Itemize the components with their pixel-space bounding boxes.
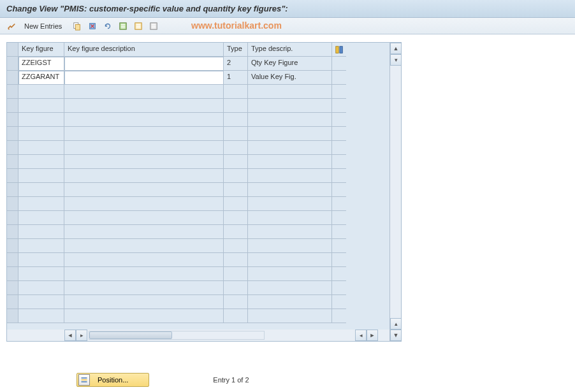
- table-row: [7, 183, 389, 197]
- cell-key-figure: [18, 309, 64, 323]
- column-key-figure[interactable]: Key figure: [18, 43, 64, 57]
- svg-rect-15: [336, 46, 338, 53]
- vscroll-track[interactable]: [390, 66, 401, 318]
- cell-type: [224, 183, 248, 197]
- row-selector[interactable]: [7, 99, 18, 113]
- cell-type: [224, 281, 248, 295]
- row-selector[interactable]: [7, 141, 18, 155]
- row-selector[interactable]: [7, 85, 18, 99]
- scroll-down-icon[interactable]: ▼: [390, 330, 402, 341]
- select-all-icon[interactable]: [117, 20, 129, 33]
- cell-type-desc: [248, 295, 332, 309]
- select-block-icon[interactable]: [132, 20, 145, 33]
- cell-type: [224, 267, 248, 281]
- table-row: ZZGARANT1Value Key Fig.: [7, 71, 389, 85]
- row-selector[interactable]: [7, 225, 18, 239]
- scroll-down-step-icon[interactable]: ▴: [390, 318, 402, 330]
- cell-type-desc: [248, 253, 332, 267]
- cell-description[interactable]: [64, 57, 224, 71]
- row-selector[interactable]: [7, 183, 18, 197]
- row-selector[interactable]: [7, 57, 18, 71]
- row-selector[interactable]: [7, 309, 18, 323]
- row-selector[interactable]: [7, 239, 18, 253]
- table-row: [7, 155, 389, 169]
- svg-rect-17: [82, 377, 87, 379]
- cell-type: [224, 239, 248, 253]
- cell-type: [224, 211, 248, 225]
- delete-icon[interactable]: [86, 20, 99, 33]
- cell-type-desc: [248, 99, 332, 113]
- cell-type: [224, 99, 248, 113]
- column-type-desc[interactable]: Type descrip.: [248, 43, 332, 57]
- row-selector[interactable]: [7, 267, 18, 281]
- copy-icon[interactable]: [71, 20, 84, 33]
- cell-pad: [332, 127, 346, 141]
- row-selector[interactable]: [7, 155, 18, 169]
- undo-icon[interactable]: [101, 20, 114, 33]
- scroll-left-icon[interactable]: ▸: [76, 330, 87, 341]
- row-selector[interactable]: [7, 71, 18, 85]
- table-row: [7, 99, 389, 113]
- cell-key-figure: [18, 113, 64, 127]
- cell-key-figure: [18, 267, 64, 281]
- cell-key-figure[interactable]: ZZGARANT: [18, 71, 64, 85]
- row-selector[interactable]: [7, 211, 18, 225]
- row-selector[interactable]: [7, 127, 18, 141]
- row-selector[interactable]: [7, 295, 18, 309]
- cell-pad: [332, 57, 346, 71]
- row-selector[interactable]: [7, 281, 18, 295]
- cell-description: [64, 239, 224, 253]
- table-row: [7, 127, 389, 141]
- cell-description: [64, 281, 224, 295]
- row-selector[interactable]: [7, 197, 18, 211]
- scroll-right-icon[interactable]: ◂: [355, 330, 367, 341]
- cell-type-desc: [248, 225, 332, 239]
- cell-pad: [332, 211, 346, 225]
- cell-pad: [332, 155, 346, 169]
- page-title: Change View "PMIS: customer-specific val…: [6, 4, 288, 13]
- cell-key-figure: [18, 141, 64, 155]
- row-selector[interactable]: [7, 113, 18, 127]
- cell-description[interactable]: [64, 71, 224, 85]
- svg-rect-8: [136, 24, 141, 25]
- cell-pad: [332, 99, 346, 113]
- svg-rect-10: [136, 27, 141, 28]
- cell-description: [64, 309, 224, 323]
- cell-description: [64, 169, 224, 183]
- corner-cell[interactable]: [7, 43, 18, 57]
- cell-type: 1: [224, 71, 248, 85]
- toggle-display-icon[interactable]: [5, 20, 18, 33]
- cell-type: [224, 155, 248, 169]
- svg-rect-5: [121, 25, 126, 27]
- cell-pad: [332, 253, 346, 267]
- svg-rect-18: [82, 379, 87, 381]
- deselect-all-icon[interactable]: [147, 20, 160, 33]
- cell-key-figure[interactable]: ZZEIGST: [18, 57, 64, 71]
- scroll-up-step-icon[interactable]: ▾: [390, 54, 402, 66]
- table-row: [7, 295, 389, 309]
- scroll-right-last-icon[interactable]: ►: [367, 330, 378, 341]
- cell-type-desc: [248, 155, 332, 169]
- svg-rect-12: [152, 24, 156, 25]
- svg-rect-19: [82, 381, 87, 382]
- scroll-up-icon[interactable]: ▲: [390, 43, 402, 54]
- row-selector[interactable]: [7, 169, 18, 183]
- table-row: [7, 169, 389, 183]
- position-button[interactable]: Position...: [76, 373, 149, 387]
- row-selector[interactable]: [7, 253, 18, 267]
- table-config-icon[interactable]: [332, 43, 346, 57]
- hscroll-track[interactable]: [89, 331, 265, 340]
- table-row: [7, 239, 389, 253]
- column-type[interactable]: Type: [224, 43, 248, 57]
- cell-pad: [332, 225, 346, 239]
- entry-count: Entry 1 of 2: [213, 376, 249, 384]
- column-description[interactable]: Key figure description: [64, 43, 224, 57]
- cell-pad: [332, 113, 346, 127]
- cell-description: [64, 127, 224, 141]
- new-entries-button[interactable]: New Entries: [20, 21, 66, 31]
- hscroll-thumb[interactable]: [89, 331, 172, 339]
- cell-key-figure: [18, 85, 64, 99]
- cell-type: [224, 295, 248, 309]
- scroll-left-first-icon[interactable]: ◄: [64, 330, 76, 341]
- cell-key-figure: [18, 281, 64, 295]
